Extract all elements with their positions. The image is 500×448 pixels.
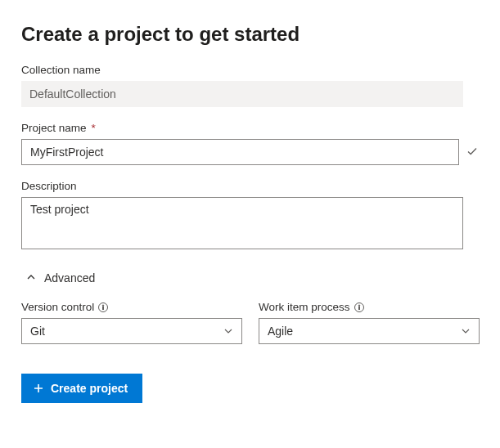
svg-rect-2 [103, 307, 104, 310]
version-control-value: Git [30, 325, 223, 338]
version-control-label-row: Version control [21, 301, 242, 313]
required-indicator: * [92, 122, 96, 134]
project-name-label: Project name * [21, 122, 479, 134]
info-icon[interactable] [97, 302, 109, 313]
advanced-label: Advanced [44, 271, 95, 284]
work-item-process-select[interactable]: Agile [259, 318, 480, 344]
work-item-process-value: Agile [268, 325, 461, 338]
svg-point-4 [358, 304, 359, 305]
checkmark-icon [466, 145, 479, 160]
description-label: Description [21, 180, 479, 192]
project-name-label-text: Project name [21, 122, 87, 134]
collection-name-label: Collection name [21, 64, 479, 76]
info-icon[interactable] [354, 302, 365, 313]
svg-point-1 [103, 304, 104, 305]
advanced-options-row: Version control Git Work item process Ag… [21, 301, 480, 344]
version-control-select[interactable]: Git [21, 318, 242, 344]
page-title: Create a project to get started [21, 23, 479, 46]
create-project-button-label: Create project [51, 382, 128, 395]
work-item-process-group: Work item process Agile [259, 301, 480, 344]
chevron-up-icon [26, 271, 36, 284]
collection-name-value: DefaultCollection [21, 81, 463, 107]
plus-icon [33, 383, 44, 394]
advanced-toggle[interactable]: Advanced [26, 271, 95, 284]
version-control-label: Version control [21, 301, 94, 313]
collection-name-group: Collection name DefaultCollection [21, 64, 479, 107]
project-name-group: Project name * [21, 122, 479, 165]
chevron-down-icon [223, 326, 233, 336]
create-project-button[interactable]: Create project [21, 374, 142, 403]
work-item-process-label-row: Work item process [259, 301, 480, 313]
create-project-form: Create a project to get started Collecti… [0, 0, 500, 448]
description-input[interactable] [21, 197, 463, 249]
work-item-process-label: Work item process [259, 301, 350, 313]
project-name-input[interactable] [21, 139, 459, 165]
svg-rect-5 [358, 307, 359, 310]
version-control-group: Version control Git [21, 301, 242, 344]
chevron-down-icon [461, 326, 471, 336]
description-group: Description [21, 180, 479, 252]
